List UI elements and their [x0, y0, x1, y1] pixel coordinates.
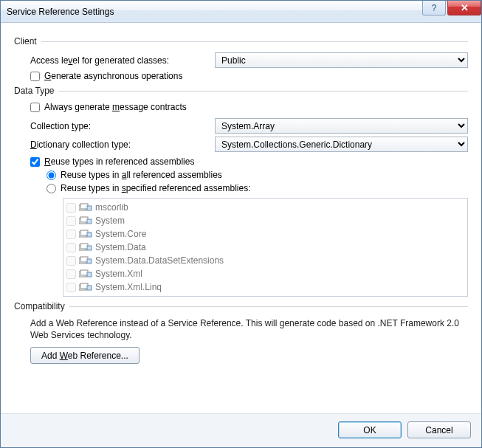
assembly-icon — [79, 216, 92, 226]
assembly-checkbox — [66, 216, 76, 226]
assembly-name: System — [95, 216, 125, 226]
generate-async-checkbox[interactable] — [30, 72, 40, 81]
reuse-types-checkbox[interactable] — [30, 157, 40, 167]
always-generate-msg-checkbox[interactable] — [30, 103, 40, 112]
assembly-item[interactable]: System.Data — [66, 241, 464, 254]
divider — [69, 306, 468, 307]
svg-rect-5 — [87, 219, 92, 224]
assembly-name: mscorlib — [95, 202, 128, 213]
assembly-item[interactable]: System.Data.DataSetExtensions — [66, 254, 464, 267]
svg-rect-20 — [87, 286, 92, 290]
assemblies-listbox[interactable]: mscorlibSystemSystem.CoreSystem.DataSyst… — [63, 198, 468, 297]
assembly-icon — [79, 229, 92, 239]
collection-type-label: Collection type: — [30, 121, 215, 131]
assembly-checkbox — [66, 283, 76, 292]
svg-rect-8 — [87, 232, 92, 237]
assembly-checkbox — [66, 256, 76, 266]
title-bar: Service Reference Settings ? ✕ — [1, 1, 481, 23]
generate-async-label[interactable]: Generate asynchronous operations — [44, 71, 182, 81]
assembly-checkbox — [66, 203, 76, 213]
assembly-checkbox — [66, 230, 76, 239]
assembly-checkbox — [66, 269, 76, 279]
reuse-specified-label[interactable]: Reuse types in specified referenced asse… — [61, 183, 250, 193]
window-title: Service Reference Settings — [7, 7, 422, 17]
access-level-select[interactable]: Public — [215, 52, 468, 68]
compat-text: Add a Web Reference instead of a Service… — [30, 317, 468, 341]
divider — [41, 41, 468, 42]
always-generate-msg-label[interactable]: Always generate message contracts — [44, 102, 187, 112]
assembly-item[interactable]: mscorlib — [66, 201, 464, 214]
dictionary-type-label: Dictionary collection type: — [30, 139, 215, 150]
close-button[interactable]: ✕ — [447, 1, 481, 15]
assembly-icon — [79, 202, 92, 213]
reuse-all-label[interactable]: Reuse types in all referenced assemblies — [61, 170, 222, 180]
assembly-item[interactable]: System.Xml.Linq — [66, 280, 464, 294]
svg-rect-11 — [87, 246, 92, 250]
dialog-window: Service Reference Settings ? ✕ Client Ac… — [0, 0, 482, 448]
dictionary-type-select[interactable]: System.Collections.Generic.Dictionary — [215, 137, 468, 152]
group-header-compat: Compatibility — [14, 301, 468, 311]
group-label: Data Type — [14, 86, 54, 96]
assembly-item[interactable]: System — [66, 214, 464, 227]
assembly-name: System.Data — [95, 242, 146, 252]
help-icon: ? — [432, 3, 437, 13]
dialog-footer: OK Cancel — [1, 413, 481, 447]
group-header-client: Client — [14, 36, 468, 46]
ok-button[interactable]: OK — [338, 421, 402, 438]
reuse-specified-radio[interactable] — [47, 184, 56, 193]
assembly-item[interactable]: System.Xml — [66, 267, 464, 280]
close-icon: ✕ — [461, 2, 469, 13]
assembly-name: System.Data.DataSetExtensions — [95, 255, 224, 266]
group-label: Compatibility — [14, 301, 65, 311]
assembly-icon — [79, 282, 92, 292]
group-header-datatype: Data Type — [14, 86, 468, 96]
help-button[interactable]: ? — [422, 1, 446, 15]
assembly-item[interactable]: System.Core — [66, 227, 464, 241]
assembly-checkbox — [66, 243, 76, 252]
cancel-button[interactable]: Cancel — [407, 421, 471, 438]
svg-rect-2 — [87, 206, 92, 210]
svg-rect-17 — [87, 272, 92, 277]
svg-rect-14 — [87, 259, 92, 263]
assembly-icon — [79, 269, 92, 279]
reuse-all-radio[interactable] — [47, 170, 56, 180]
group-label: Client — [14, 36, 37, 46]
assembly-name: System.Xml.Linq — [95, 282, 162, 292]
dialog-body: Client Access level for generated classe… — [1, 23, 481, 413]
access-level-label: Access level for generated classes: — [30, 55, 215, 66]
assembly-name: System.Xml — [95, 269, 142, 279]
divider — [58, 91, 468, 92]
assembly-name: System.Core — [95, 229, 146, 239]
assembly-icon — [79, 255, 92, 266]
collection-type-select[interactable]: System.Array — [215, 118, 468, 134]
reuse-types-label[interactable]: Reuse types in referenced assemblies — [44, 156, 194, 167]
assembly-icon — [79, 242, 92, 252]
add-web-reference-button[interactable]: Add Web Reference... — [30, 347, 140, 364]
